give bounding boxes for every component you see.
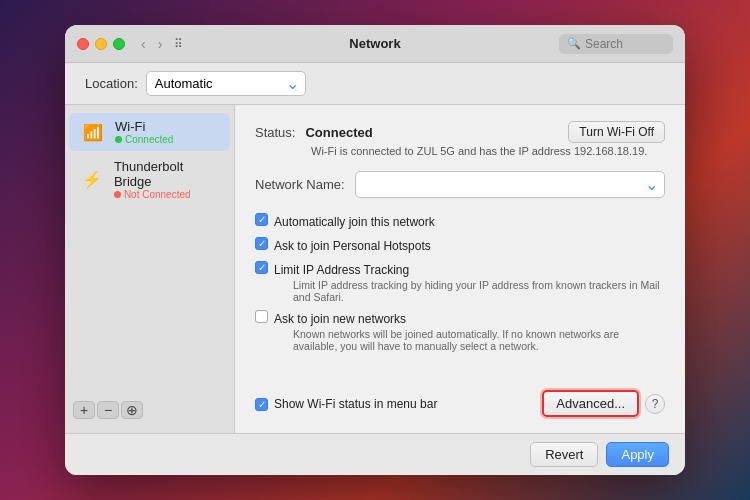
limit-ip-checkbox[interactable]: ✓ [255, 261, 268, 274]
search-input[interactable] [585, 37, 665, 51]
forward-button[interactable]: › [154, 34, 167, 54]
network-name-label: Network Name: [255, 177, 345, 192]
checkbox-personal-hotspots: ✓ Ask to join Personal Hotspots [255, 236, 665, 254]
traffic-lights [77, 38, 125, 50]
ask-new-networks-label: Ask to join new networks [274, 312, 406, 326]
ask-new-networks-info: Ask to join new networks Known networks … [274, 309, 665, 352]
location-label: Location: [85, 76, 138, 91]
apply-button[interactable]: Apply [606, 442, 669, 467]
status-label: Status: [255, 125, 295, 140]
wifi-status-text: Connected [125, 134, 173, 145]
advanced-section: Advanced... ? [542, 390, 665, 417]
sidebar-item-thunderbolt[interactable]: ⚡ Thunderbolt Bridge Not Connected [69, 153, 230, 206]
location-value: Automatic [155, 76, 213, 91]
search-box[interactable]: 🔍 [559, 34, 673, 54]
location-select[interactable]: Automatic ⌄ [146, 71, 306, 96]
main-bottom-bar: ✓ Show Wi-Fi status in menu bar Advanced… [255, 390, 665, 417]
checkbox-auto-join: ✓ Automatically join this network [255, 212, 665, 230]
status-row: Status: Connected Turn Wi-Fi Off [255, 121, 665, 143]
location-dropdown-arrow: ⌄ [286, 74, 299, 93]
status-value: Connected [305, 125, 372, 140]
checkbox-section: ✓ Automatically join this network ✓ Ask … [255, 212, 665, 352]
sidebar: 📶 Wi-Fi Connected ⚡ Thunderbolt Bri [65, 105, 235, 433]
sidebar-items: 📶 Wi-Fi Connected ⚡ Thunderbolt Bri [65, 113, 234, 395]
advanced-button[interactable]: Advanced... [542, 390, 639, 417]
status-section: Status: Connected Turn Wi-Fi Off Wi-Fi i… [255, 121, 665, 157]
thunderbolt-info: Thunderbolt Bridge Not Connected [114, 159, 220, 200]
sidebar-bottom: + − ⊕ [65, 395, 234, 425]
wifi-toggle-button[interactable]: Turn Wi-Fi Off [568, 121, 665, 143]
thunderbolt-icon: ⚡ [79, 170, 106, 190]
help-button[interactable]: ? [645, 394, 665, 414]
personal-hotspots-label: Ask to join Personal Hotspots [274, 239, 431, 253]
maximize-button[interactable] [113, 38, 125, 50]
thunderbolt-status-dot [114, 191, 121, 198]
show-wifi-row: ✓ Show Wi-Fi status in menu bar [255, 397, 437, 411]
wifi-info: Wi-Fi Connected [115, 119, 173, 145]
window-title: Network [349, 36, 400, 51]
wifi-status-dot [115, 136, 122, 143]
add-network-button[interactable]: + [73, 401, 95, 419]
thunderbolt-status: Not Connected [114, 189, 220, 200]
network-action-button[interactable]: ⊕ [121, 401, 143, 419]
thunderbolt-status-text: Not Connected [124, 189, 191, 200]
grid-icon: ⠿ [174, 37, 182, 51]
minimize-button[interactable] [95, 38, 107, 50]
network-name-arrow: ⌄ [645, 175, 658, 194]
personal-hotspots-checkbox[interactable]: ✓ [255, 237, 268, 250]
nav-buttons: ‹ › [137, 34, 166, 54]
wifi-name: Wi-Fi [115, 119, 173, 134]
main-panel: Status: Connected Turn Wi-Fi Off Wi-Fi i… [235, 105, 685, 433]
thunderbolt-name: Thunderbolt Bridge [114, 159, 220, 189]
limit-ip-sublabel: Limit IP address tracking by hiding your… [293, 279, 665, 303]
wifi-status: Connected [115, 134, 173, 145]
status-description: Wi-Fi is connected to ZUL 5G and has the… [311, 145, 665, 157]
auto-join-info: Automatically join this network [274, 212, 435, 230]
sidebar-item-wifi[interactable]: 📶 Wi-Fi Connected [69, 113, 230, 151]
network-name-select[interactable]: ⌄ [355, 171, 665, 198]
personal-hotspots-info: Ask to join Personal Hotspots [274, 236, 431, 254]
network-name-row: Network Name: ⌄ [255, 171, 665, 198]
close-button[interactable] [77, 38, 89, 50]
main-layout: 📶 Wi-Fi Connected ⚡ Thunderbolt Bri [65, 105, 685, 433]
limit-ip-label: Limit IP Address Tracking [274, 263, 409, 277]
ask-new-networks-checkbox[interactable] [255, 310, 268, 323]
back-button[interactable]: ‹ [137, 34, 150, 54]
revert-button[interactable]: Revert [530, 442, 598, 467]
search-icon: 🔍 [567, 37, 581, 50]
auto-join-label: Automatically join this network [274, 215, 435, 229]
checkbox-ask-new-networks: Ask to join new networks Known networks … [255, 309, 665, 352]
window-bottom: Revert Apply [65, 433, 685, 475]
limit-ip-info: Limit IP Address Tracking Limit IP addre… [274, 260, 665, 303]
wifi-icon: 📶 [79, 122, 107, 142]
ask-new-networks-sublabel: Known networks will be joined automatica… [293, 328, 665, 352]
network-window: ‹ › ⠿ Network 🔍 Location: Automatic ⌄ 📶 [65, 25, 685, 475]
location-bar: Location: Automatic ⌄ [65, 63, 685, 105]
checkbox-limit-ip: ✓ Limit IP Address Tracking Limit IP add… [255, 260, 665, 303]
show-wifi-label: Show Wi-Fi status in menu bar [274, 397, 437, 411]
remove-network-button[interactable]: − [97, 401, 119, 419]
title-bar: ‹ › ⠿ Network 🔍 [65, 25, 685, 63]
auto-join-checkbox[interactable]: ✓ [255, 213, 268, 226]
show-wifi-checkbox[interactable]: ✓ [255, 398, 268, 411]
window-body: Location: Automatic ⌄ 📶 Wi-Fi Co [65, 63, 685, 475]
